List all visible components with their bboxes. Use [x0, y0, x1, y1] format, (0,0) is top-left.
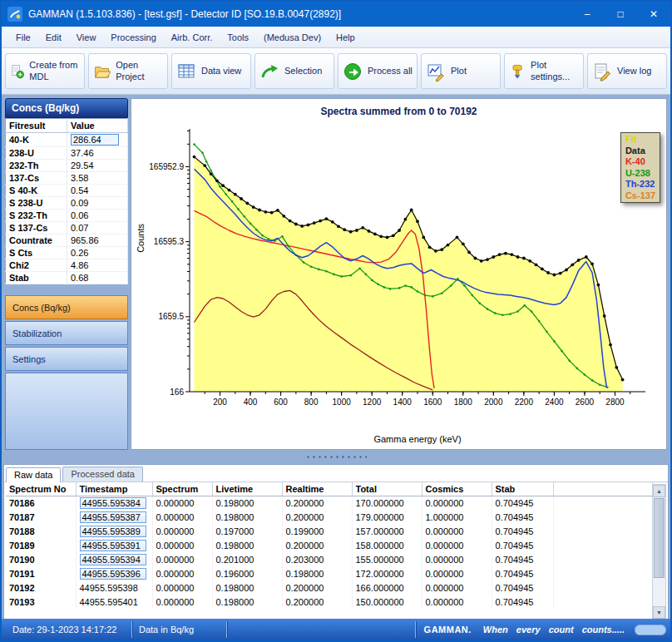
- minimize-button[interactable]: –: [571, 2, 604, 27]
- column-header[interactable]: Timestamp: [76, 482, 152, 496]
- data-cell: 0.200000: [282, 496, 352, 510]
- timestamp-cell[interactable]: 44955.595389: [76, 524, 152, 538]
- nav-button-settings[interactable]: Settings: [5, 347, 128, 371]
- spectrum-no-cell[interactable]: 70193: [6, 595, 76, 609]
- fitresult-value[interactable]: 965.86: [67, 235, 128, 247]
- svg-text:1800: 1800: [454, 398, 473, 407]
- data-cell: 0.198000: [212, 510, 282, 524]
- selection-button[interactable]: Selection: [254, 53, 334, 89]
- column-header[interactable]: Spectrum No: [6, 482, 76, 496]
- spectrum-no-cell[interactable]: 70190: [6, 552, 76, 566]
- tab-raw-data[interactable]: Raw data: [6, 467, 61, 482]
- left-nav-spacer: [5, 373, 128, 450]
- menu-item-edit[interactable]: Edit: [38, 30, 69, 45]
- spectrum-row-70190[interactable]: 7019044955.5953940.0000000.2010000.20300…: [6, 552, 653, 566]
- fitresult-value[interactable]: 286.64: [67, 133, 128, 147]
- data-cell: 172.000000: [352, 566, 422, 580]
- close-button[interactable]: ✕: [637, 2, 670, 27]
- spectrum-row-70186[interactable]: 7018644955.5953840.0000000.1980000.20000…: [6, 496, 653, 510]
- fitresult-label: 238-U: [6, 147, 67, 160]
- spectrum-row-70188[interactable]: 7018844955.5953890.0000000.1970000.19900…: [6, 524, 653, 538]
- timestamp-cell[interactable]: 44955.595387: [76, 510, 152, 524]
- status-bar: Date: 29-1-2023 14:17:22 Data in Bq/kg G…: [2, 619, 670, 640]
- menu-item-medusa-dev[interactable]: (Medusa Dev): [256, 30, 329, 45]
- data-cell: 158.000000: [352, 538, 422, 552]
- menu-item-help[interactable]: Help: [329, 30, 363, 45]
- nav-button-concs-bq-kg[interactable]: Concs (Bq/kg): [5, 295, 128, 319]
- svg-text:2800: 2800: [605, 398, 625, 407]
- fitresult-value[interactable]: 0.26: [67, 247, 128, 259]
- spectrum-row-70189[interactable]: 7018944955.5953910.0000000.1980000.20000…: [6, 538, 653, 552]
- fitresult-value[interactable]: 0.54: [67, 185, 128, 197]
- spectrum-no-cell[interactable]: 70188: [6, 524, 76, 538]
- view-log-button[interactable]: View log: [587, 53, 667, 89]
- selection-label: Selection: [284, 66, 322, 77]
- tab-processed-data[interactable]: Processed data: [62, 467, 142, 482]
- fitresult-label: S 137-Cs: [6, 222, 67, 235]
- y-axis-label: Counts: [136, 224, 146, 253]
- concs-row-137-cs: 137-Cs3.58: [6, 172, 128, 185]
- open-project-button[interactable]: Open Project: [88, 53, 168, 89]
- spectrum-row-70192[interactable]: 7019244955.5953980.0000000.1980000.20000…: [6, 580, 653, 595]
- spectrum-row-70187[interactable]: 7018744955.5953870.0000000.1980000.20000…: [6, 510, 653, 524]
- menu-item-file[interactable]: File: [8, 30, 38, 45]
- column-header[interactable]: Spectrum: [152, 482, 212, 496]
- scrollbar-track[interactable]: [653, 579, 665, 606]
- concs-row-s-137-cs: S 137-Cs0.07: [6, 222, 128, 235]
- plot-settings-button[interactable]: Plot settings...: [504, 53, 584, 89]
- splitter-grip-icon[interactable]: [305, 455, 367, 459]
- vertical-scrollbar[interactable]: ▲ ▼: [652, 484, 666, 620]
- column-header[interactable]: Stab: [492, 482, 553, 496]
- fitresult-value[interactable]: 0.68: [67, 272, 128, 284]
- fitresult-value[interactable]: 0.09: [67, 197, 128, 210]
- data-cell: 0.000000: [152, 524, 212, 538]
- nav-button-stabilization[interactable]: Stabilization: [5, 321, 128, 345]
- menu-item-airb-corr[interactable]: Airb. Corr.: [164, 30, 220, 45]
- column-header[interactable]: Cosmics: [422, 482, 492, 496]
- scrollbar-thumb[interactable]: [654, 498, 665, 578]
- spectrum-no-cell[interactable]: 70186: [6, 496, 76, 510]
- timestamp-cell[interactable]: 44955.595401: [76, 595, 152, 609]
- create-from-mdl-button[interactable]: Create from MDL: [5, 53, 85, 89]
- menu-item-tools[interactable]: Tools: [220, 30, 256, 45]
- concs-row-40-k: 40-K286.64: [6, 133, 128, 147]
- spectrum-no-cell[interactable]: 70187: [6, 510, 76, 524]
- data-cell: 0.704945: [492, 552, 553, 566]
- spectrum-row-70191[interactable]: 7019144955.5953960.0000000.1960000.19800…: [6, 566, 653, 580]
- timestamp-cell[interactable]: 44955.595398: [76, 580, 152, 595]
- data-cell: 0.704945: [492, 580, 553, 595]
- svg-text:800: 800: [304, 398, 319, 407]
- data-cell: 155.000000: [352, 552, 422, 566]
- plot-button[interactable]: Plot: [421, 53, 501, 89]
- spectra-plot[interactable]: 2004006008001000120014001600180020002200…: [131, 117, 666, 423]
- fitresult-value[interactable]: 3.58: [67, 172, 128, 185]
- timestamp-cell[interactable]: 44955.595394: [76, 552, 152, 566]
- column-header[interactable]: Realtime: [282, 482, 352, 496]
- spectrum-no-cell[interactable]: 70191: [6, 566, 76, 580]
- spectrum-no-cell[interactable]: 70192: [6, 580, 76, 595]
- plot-settings-label: Plot settings...: [531, 60, 579, 81]
- data-view-button[interactable]: Data view: [171, 53, 251, 89]
- statusbar-scroll-widget[interactable]: [635, 625, 666, 635]
- spectrum-no-cell[interactable]: 70189: [6, 538, 76, 552]
- timestamp-cell[interactable]: 44955.595384: [76, 496, 152, 510]
- fitresult-value[interactable]: 37.46: [67, 147, 128, 160]
- menu-item-view[interactable]: View: [69, 30, 104, 45]
- process-all-button[interactable]: Process all: [338, 53, 418, 89]
- scroll-up-arrow-icon[interactable]: ▲: [653, 485, 665, 497]
- timestamp-cell[interactable]: 44955.595396: [76, 566, 152, 580]
- timestamp-cell[interactable]: 44955.595391: [76, 538, 152, 552]
- app-icon: [7, 7, 22, 22]
- fitresult-value[interactable]: 0.07: [67, 222, 128, 235]
- scroll-down-arrow-icon[interactable]: ▼: [653, 606, 665, 619]
- spectrum-row-70193[interactable]: 7019344955.5954010.0000000.1980000.20000…: [6, 595, 653, 609]
- column-header[interactable]: Total: [352, 482, 422, 496]
- splitter[interactable]: [2, 450, 670, 464]
- fitresult-value[interactable]: 4.86: [67, 259, 128, 272]
- concs-row-s-238-u: S 238-U0.09: [6, 197, 128, 210]
- fitresult-value[interactable]: 29.54: [67, 160, 128, 172]
- fitresult-value[interactable]: 0.06: [67, 210, 128, 222]
- maximize-button[interactable]: □: [604, 2, 637, 27]
- column-header[interactable]: Livetime: [212, 482, 282, 496]
- menu-item-processing[interactable]: Processing: [103, 30, 163, 45]
